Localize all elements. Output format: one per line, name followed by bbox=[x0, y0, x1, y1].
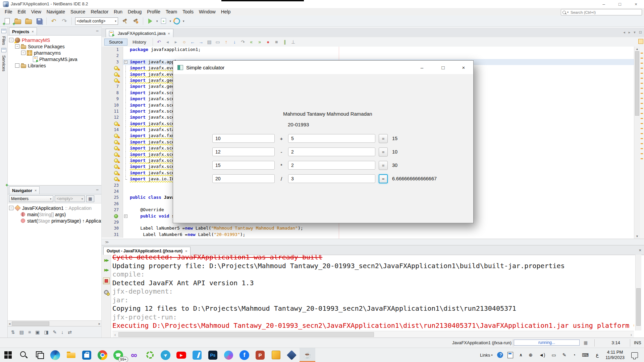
output-console[interactable]: Cycle detected: JavaFXApplication1 was a… bbox=[112, 255, 634, 330]
tab-output[interactable]: Output - JavaFXApplication1 (jfxsa-run)× bbox=[103, 247, 191, 255]
tray-icon[interactable]: Links▾ bbox=[480, 353, 492, 358]
operand-b-field[interactable]: 5 bbox=[288, 134, 375, 143]
tree-expand-handle[interactable] bbox=[15, 63, 19, 68]
warnings-summary-icon[interactable] bbox=[638, 39, 643, 44]
menu-item[interactable]: Edit bbox=[15, 9, 29, 14]
taskbar-app-icon[interactable] bbox=[95, 348, 110, 362]
toolbar-icon[interactable]: ⊥ bbox=[289, 40, 298, 44]
tree-item[interactable]: Libraries bbox=[8, 62, 101, 69]
window-minimize-button[interactable]: – bbox=[596, 0, 612, 8]
ant-settings-button[interactable] bbox=[104, 290, 109, 295]
tray-icon[interactable] bbox=[507, 352, 513, 358]
dialog-titlebar[interactable]: Simple calculator – □ × bbox=[173, 61, 473, 74]
taskbar-app-icon[interactable]: ▶ bbox=[173, 348, 189, 362]
dialog-close-button[interactable]: × bbox=[456, 61, 471, 74]
filter-select[interactable]: <empty>▾ bbox=[55, 195, 85, 202]
fold-margin[interactable] bbox=[123, 225, 128, 231]
fold-margin[interactable] bbox=[123, 127, 128, 133]
tab-projects[interactable]: Projects× bbox=[9, 27, 37, 35]
fold-margin[interactable] bbox=[123, 71, 128, 77]
scrollbar-thumb[interactable] bbox=[636, 288, 641, 326]
code-line[interactable]: 2 bbox=[102, 53, 634, 59]
operand-a-field[interactable]: 15 bbox=[212, 161, 275, 170]
tree-item[interactable]: Source Packages bbox=[8, 43, 101, 50]
menu-item[interactable]: Run bbox=[111, 9, 125, 14]
fold-margin[interactable] bbox=[123, 170, 128, 176]
taskbar-app-icon[interactable]: ∞ bbox=[126, 348, 142, 362]
scroll-left-icon[interactable]: ◂ bbox=[9, 322, 10, 325]
menu-item[interactable]: Source bbox=[68, 9, 88, 14]
fold-margin[interactable] bbox=[123, 158, 128, 164]
menu-item[interactable]: Team bbox=[163, 9, 180, 14]
fold-margin[interactable] bbox=[123, 207, 128, 213]
save-all-button[interactable] bbox=[34, 16, 44, 26]
fold-margin[interactable] bbox=[123, 219, 128, 225]
scroll-down-icon[interactable]: ▼ bbox=[634, 235, 640, 238]
scroll-up-icon[interactable]: ▲ bbox=[634, 47, 640, 51]
tab-scroll-left-icon[interactable]: ◂ bbox=[623, 30, 625, 35]
fold-margin[interactable] bbox=[123, 232, 128, 238]
menu-item[interactable]: Window bbox=[196, 9, 218, 14]
tree-expand-handle[interactable] bbox=[9, 206, 13, 210]
toolbar-icon[interactable]: ▸ bbox=[172, 40, 180, 44]
toolbar-icon[interactable]: ↷ bbox=[239, 40, 247, 44]
error-stripe[interactable] bbox=[640, 47, 644, 239]
fold-margin[interactable] bbox=[123, 201, 128, 207]
members-select[interactable]: Members▾ bbox=[9, 195, 53, 202]
fold-margin[interactable] bbox=[123, 102, 128, 108]
tray-icon[interactable]: ∧ bbox=[518, 353, 522, 357]
fold-margin[interactable] bbox=[123, 83, 128, 89]
menu-item[interactable]: View bbox=[29, 9, 44, 14]
close-output-icon[interactable]: × bbox=[639, 248, 641, 253]
scrollbar-thumb[interactable] bbox=[118, 332, 374, 337]
fold-margin[interactable] bbox=[123, 59, 128, 65]
fold-margin[interactable] bbox=[123, 77, 128, 83]
navigator-toolbar-icon[interactable]: ⇄ bbox=[68, 329, 72, 335]
fold-margin[interactable] bbox=[123, 90, 128, 96]
dialog-minimize-button[interactable]: – bbox=[414, 61, 430, 74]
fold-margin[interactable] bbox=[123, 47, 128, 53]
equals-button[interactable]: = bbox=[379, 161, 388, 170]
fold-margin[interactable] bbox=[123, 133, 128, 139]
equals-button[interactable]: = bbox=[379, 147, 388, 157]
scrollbar-thumb[interactable] bbox=[635, 51, 639, 116]
taskbar-app-icon[interactable]: ☕ bbox=[300, 348, 315, 362]
navigator-toolbar-icon[interactable]: ◨ bbox=[44, 329, 48, 335]
tray-icon[interactable]: ? bbox=[497, 352, 503, 358]
toolbar-icon[interactable]: ◂ bbox=[163, 40, 172, 44]
fold-margin[interactable] bbox=[123, 108, 128, 114]
tree-item[interactable]: PharmacyMS bbox=[8, 37, 101, 43]
rerun-button[interactable]: ▶▶ bbox=[104, 258, 108, 262]
process-list-icon[interactable]: ▦ bbox=[584, 340, 588, 345]
taskbar-app-icon[interactable] bbox=[221, 348, 236, 362]
taskbar-app-icon[interactable]: f bbox=[236, 348, 252, 362]
taskbar-app-icon[interactable] bbox=[268, 348, 284, 362]
files-window-icon[interactable] bbox=[1, 29, 6, 33]
navigator-toolbar-icon[interactable]: ✎ bbox=[53, 329, 57, 335]
navigator-hscrollbar[interactable]: ◂ ▸ bbox=[8, 320, 101, 326]
tree-expand-handle[interactable] bbox=[15, 44, 19, 49]
action-center-icon[interactable] bbox=[631, 352, 638, 358]
toolbar-icon[interactable]: → bbox=[197, 40, 205, 44]
dock-tab-files[interactable]: Files bbox=[1, 36, 6, 45]
tray-icon[interactable]: ▭ bbox=[551, 352, 556, 358]
tab-javafxapplication1-java[interactable]: JavaFXApplication1.java × bbox=[106, 29, 173, 38]
source-view-button[interactable]: Source bbox=[104, 39, 127, 46]
close-icon[interactable]: × bbox=[35, 188, 37, 192]
fold-margin[interactable] bbox=[123, 65, 128, 71]
equals-button[interactable]: = bbox=[379, 134, 388, 143]
taskbar-app-icon[interactable] bbox=[32, 348, 47, 362]
close-icon[interactable]: × bbox=[185, 249, 187, 253]
stop-build-button[interactable] bbox=[103, 278, 110, 284]
operand-a-field[interactable]: 20 bbox=[212, 174, 275, 183]
editor-vscrollbar[interactable]: ▲ ▼ bbox=[634, 47, 640, 239]
navigator-view-button[interactable]: ▦ bbox=[86, 195, 94, 202]
chevron-down-icon[interactable]: ▾ bbox=[170, 19, 171, 23]
progress-indicator[interactable]: running... bbox=[514, 340, 580, 346]
rerun-with-args-button[interactable]: ▶▶ bbox=[104, 268, 108, 272]
operand-a-field[interactable]: 10 bbox=[212, 134, 275, 143]
taskbar-app-icon[interactable]: ☎ 99+ bbox=[110, 348, 126, 362]
fold-margin[interactable] bbox=[123, 194, 128, 200]
scroll-left-icon[interactable]: ‹ bbox=[114, 332, 116, 337]
toolbar-icon[interactable]: ○ bbox=[180, 40, 189, 44]
